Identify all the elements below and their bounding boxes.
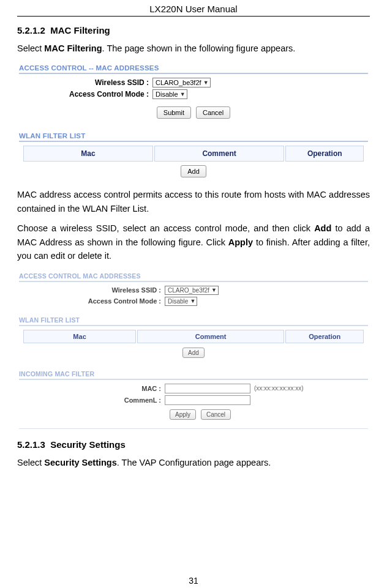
chevron-down-icon: ▼ xyxy=(203,80,209,86)
chevron-down-icon: ▼ xyxy=(190,298,195,304)
section-title: Security Settings xyxy=(50,439,126,450)
select-access-control-mode[interactable]: Disable ▼ xyxy=(165,297,197,306)
add-button[interactable]: Add xyxy=(182,348,205,358)
table-wlan-filter: Mac Comment Operation xyxy=(23,330,364,343)
section-number: 5.2.1.3 xyxy=(17,439,45,450)
select-value: Disable xyxy=(168,298,188,305)
row-mac-input: MAC : (xx:xx:xx:xx:xx:xx) xyxy=(18,384,369,393)
mac-input[interactable] xyxy=(165,384,250,393)
cancel-button[interactable]: Cancel xyxy=(201,409,231,420)
chevron-down-icon: ▼ xyxy=(180,91,186,97)
add-button[interactable]: Add xyxy=(181,165,206,177)
figure-mac-addresses-expanded: ACCESS CONTROL MAC ADDRESSES Wireless SS… xyxy=(17,269,370,430)
label-comment: CommenL : xyxy=(18,396,165,404)
paragraph-desc: MAC address access control permits acces… xyxy=(17,188,370,215)
paragraph-instructions: Choose a wireless SSID, select an access… xyxy=(17,221,370,262)
paragraph-intro: Select MAC Filtering. The page shown in … xyxy=(17,42,370,55)
table-wlan-filter: Mac Comment Operation xyxy=(23,146,364,162)
page-header: LX220N User Manual xyxy=(17,0,370,17)
select-wireless-ssid[interactable]: CLARO_be3f2f ▼ xyxy=(165,286,219,295)
row-wireless-ssid: Wireless SSID : CLARO_be3f2f ▼ xyxy=(18,286,369,295)
add-row: Add xyxy=(18,347,369,358)
select-wireless-ssid[interactable]: CLARO_be3f2f ▼ xyxy=(152,78,211,87)
row-access-control-mode: Access Control Mode : Disable ▼ xyxy=(18,297,369,306)
figure-title: ACCESS CONTROL MAC ADDRESSES xyxy=(19,271,368,282)
text-bold: MAC Filtering xyxy=(44,43,102,53)
figure-subtitle-wlan-filter-list: WLAN FILTER LIST xyxy=(19,131,368,142)
text: . The page shown in the following figure… xyxy=(102,43,296,53)
section-title: MAC Filtering xyxy=(50,25,110,35)
figure-subtitle-wlan-filter-list: WLAN FILTER LIST xyxy=(19,315,368,326)
select-value: CLARO_be3f2f xyxy=(156,79,201,86)
figure-title: ACCESS CONTROL -- MAC ADDRESSES xyxy=(19,63,368,74)
cancel-button[interactable]: Cancel xyxy=(196,106,230,119)
row-access-control-mode: Access Control Mode : Disable ▼ xyxy=(18,89,369,99)
label-wireless-ssid: Wireless SSID : xyxy=(18,286,165,294)
chevron-down-icon: ▼ xyxy=(211,287,217,293)
text: Choose a wireless SSID, select an access… xyxy=(17,223,314,233)
text: Select xyxy=(17,458,44,467)
figure-subtitle-incoming-mac-filter: INCOMING MAC FILTER xyxy=(19,369,368,380)
select-value: Disable xyxy=(156,91,178,98)
add-row: Add xyxy=(18,165,369,177)
submit-button[interactable]: Submit xyxy=(157,106,191,119)
label-mac: MAC : xyxy=(18,385,165,392)
column-header-operation: Operation xyxy=(285,330,364,343)
button-row: Submit Cancel xyxy=(18,106,369,119)
column-header-mac: Mac xyxy=(23,146,153,162)
label-access-control-mode: Access Control Mode : xyxy=(18,297,165,305)
row-comment-input: CommenL : xyxy=(18,395,369,405)
text-bold: Apply xyxy=(228,237,253,247)
text-bold: Security Settings xyxy=(44,458,116,467)
label-wireless-ssid: Wireless SSID : xyxy=(18,78,152,87)
apply-button[interactable]: Apply xyxy=(170,409,196,420)
select-value: CLARO_be3f2f xyxy=(168,287,209,294)
comment-input[interactable] xyxy=(165,395,250,405)
mac-hint: (xx:xx:xx:xx:xx:xx) xyxy=(254,385,304,392)
text: Select xyxy=(17,43,44,53)
column-header-comment: Comment xyxy=(154,146,284,162)
text-bold: Add xyxy=(314,223,331,233)
paragraph-security-intro: Select Security Settings. The VAP Config… xyxy=(17,456,370,469)
page-number: 31 xyxy=(0,576,387,586)
section-heading-mac-filtering: 5.2.1.2 MAC Filtering xyxy=(17,25,370,35)
section-number: 5.2.1.2 xyxy=(17,25,45,35)
column-header-comment: Comment xyxy=(137,330,284,343)
row-wireless-ssid: Wireless SSID : CLARO_be3f2f ▼ xyxy=(18,78,369,87)
label-access-control-mode: Access Control Mode : xyxy=(18,90,152,99)
select-access-control-mode[interactable]: Disable ▼ xyxy=(152,89,187,99)
text: . The VAP Configuration page appears. xyxy=(117,458,271,467)
section-heading-security-settings: 5.2.1.3 Security Settings xyxy=(17,439,370,450)
page-content: 5.2.1.2 MAC Filtering Select MAC Filteri… xyxy=(0,17,387,469)
button-row: Apply Cancel xyxy=(18,409,369,420)
figure-mac-addresses: ACCESS CONTROL -- MAC ADDRESSES Wireless… xyxy=(17,61,370,182)
column-header-operation: Operation xyxy=(285,146,364,162)
column-header-mac: Mac xyxy=(23,330,136,343)
divider xyxy=(19,428,368,429)
